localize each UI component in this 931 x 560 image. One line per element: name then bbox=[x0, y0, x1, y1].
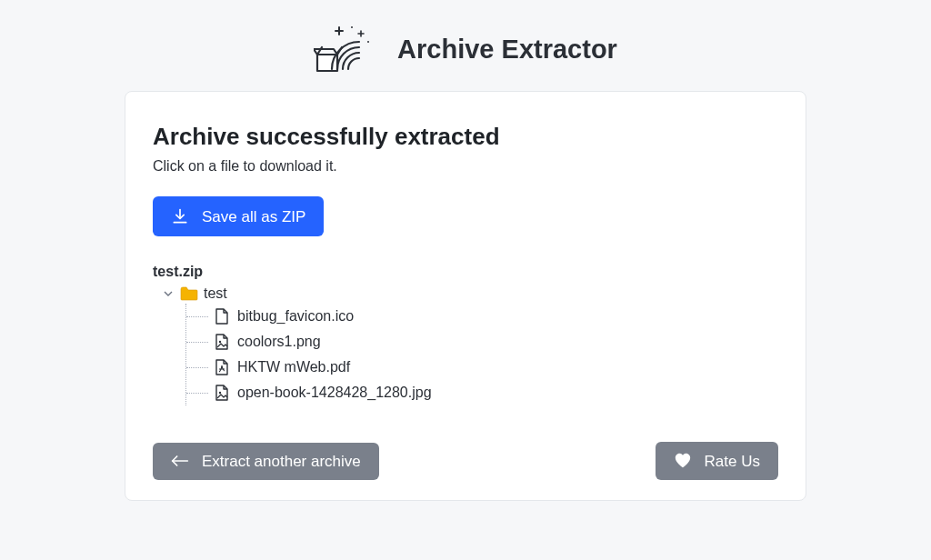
tree-file[interactable]: bitbug_favicon.ico bbox=[214, 304, 778, 329]
save-all-zip-label: Save all as ZIP bbox=[202, 209, 305, 225]
tree-file-label: coolors1.png bbox=[237, 334, 321, 350]
download-icon bbox=[171, 207, 189, 225]
tree-file[interactable]: open-book-1428428_1280.jpg bbox=[214, 380, 778, 405]
folder-icon bbox=[180, 286, 198, 301]
svg-point-2 bbox=[367, 41, 369, 43]
tree-folder-label: test bbox=[204, 285, 227, 302]
file-tree: test.zip test bbox=[153, 264, 778, 405]
archive-root-name[interactable]: test.zip bbox=[153, 264, 778, 280]
arrow-left-icon bbox=[171, 454, 189, 468]
heart-icon bbox=[674, 453, 692, 469]
file-icon bbox=[214, 307, 230, 325]
app-logo-icon bbox=[314, 22, 381, 76]
tree-file[interactable]: HKTW mWeb.pdf bbox=[214, 355, 778, 380]
image-file-icon bbox=[214, 333, 230, 351]
extract-another-button[interactable]: Extract another archive bbox=[153, 443, 379, 480]
svg-point-1 bbox=[351, 26, 353, 28]
svg-point-3 bbox=[219, 341, 221, 343]
tree-children: bitbug_favicon.ico coolors1.png bbox=[185, 304, 778, 405]
rate-us-label: Rate Us bbox=[705, 454, 760, 469]
app-title: Archive Extractor bbox=[397, 35, 617, 65]
app-header: Archive Extractor bbox=[314, 22, 617, 76]
pdf-file-icon bbox=[214, 358, 230, 376]
card-footer: Extract another archive Rate Us bbox=[153, 442, 778, 480]
page-title: Archive successfully extracted bbox=[153, 123, 778, 151]
svg-point-4 bbox=[219, 392, 221, 394]
tree-file[interactable]: coolors1.png bbox=[214, 329, 778, 355]
extract-another-label: Extract another archive bbox=[202, 454, 361, 469]
tree-file-label: open-book-1428428_1280.jpg bbox=[237, 385, 432, 401]
result-card: Archive successfully extracted Click on … bbox=[125, 91, 806, 501]
tree-file-label: HKTW mWeb.pdf bbox=[237, 359, 350, 375]
image-file-icon bbox=[214, 384, 230, 402]
tree-collapse-icon[interactable] bbox=[162, 287, 175, 300]
page-subtitle: Click on a file to download it. bbox=[153, 158, 778, 175]
save-all-zip-button[interactable]: Save all as ZIP bbox=[153, 196, 324, 236]
rate-us-button[interactable]: Rate Us bbox=[656, 442, 778, 480]
tree-file-label: bitbug_favicon.ico bbox=[237, 308, 354, 325]
tree-folder[interactable]: test bbox=[162, 284, 778, 304]
